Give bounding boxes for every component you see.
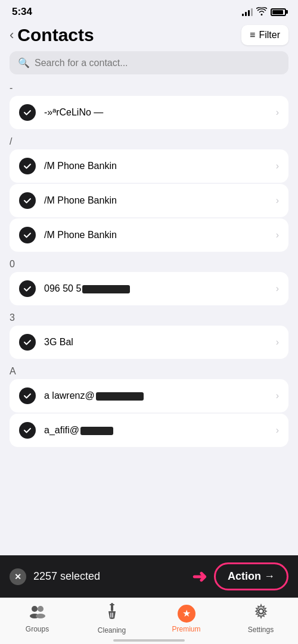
- tab-groups-label: Groups: [26, 625, 49, 633]
- section-label-0: 0: [0, 257, 298, 272]
- section-dash: - -»ªrCeLiNo — ›: [0, 80, 298, 129]
- selected-count: 2257 selected: [33, 570, 185, 583]
- section-3: 3 3G Bal ›: [0, 310, 298, 359]
- battery-icon: [271, 8, 286, 16]
- contact-name: /M Phone Bankin: [44, 195, 276, 206]
- contact-item[interactable]: 096 50 5 ›: [10, 272, 288, 305]
- arrow-icon: ›: [276, 390, 279, 401]
- arrow-icon: ›: [276, 161, 279, 171]
- section-label-dash: -: [0, 80, 298, 96]
- close-selection-button[interactable]: ✕: [10, 568, 26, 585]
- settings-icon: [253, 604, 269, 623]
- section-label-3: 3: [0, 310, 298, 326]
- contact-item[interactable]: /M Phone Bankin ›: [10, 218, 288, 252]
- tab-bar: Groups Cleaning ★ Premium Settings: [0, 598, 298, 644]
- filter-button[interactable]: ≡ Filter: [241, 25, 288, 45]
- contact-item[interactable]: /M Phone Bankin ›: [10, 149, 288, 183]
- status-time: 5:34: [12, 6, 32, 18]
- search-bar: 🔍: [10, 51, 288, 74]
- contact-item[interactable]: a lawrenz@ ›: [10, 379, 288, 412]
- home-indicator: [113, 639, 185, 642]
- section-a: A a lawrenz@ › a_afifi@ ›: [0, 364, 298, 447]
- check-icon: [19, 104, 36, 121]
- arrow-icon: ›: [276, 283, 279, 294]
- cleaning-icon: [105, 603, 119, 624]
- tab-settings-label: Settings: [248, 626, 274, 634]
- contact-name: a_afifi@: [44, 425, 276, 436]
- svg-point-3: [36, 614, 45, 618]
- arrow-icon: ›: [276, 107, 279, 118]
- tab-premium[interactable]: ★ Premium: [166, 605, 207, 633]
- status-icons: [242, 7, 286, 17]
- tab-cleaning[interactable]: Cleaning: [91, 603, 133, 634]
- tab-settings[interactable]: Settings: [240, 604, 282, 634]
- tab-cleaning-label: Cleaning: [98, 626, 126, 634]
- status-bar: 5:34: [0, 0, 298, 21]
- search-container: 🔍: [0, 51, 298, 80]
- arrow-icon: ›: [276, 425, 279, 436]
- wifi-icon: [256, 7, 267, 17]
- contact-name: /M Phone Bankin: [44, 230, 276, 240]
- svg-point-8: [259, 609, 263, 614]
- section-slash: / /M Phone Bankin › /M Phone Bankin › /M…: [0, 134, 298, 252]
- check-icon: [19, 227, 36, 243]
- contact-name: /M Phone Bankin: [44, 161, 276, 171]
- tab-premium-label: Premium: [172, 625, 200, 633]
- pink-arrow-icon: ➜: [192, 566, 207, 587]
- check-icon: [19, 280, 36, 297]
- search-input[interactable]: [35, 58, 280, 68]
- arrow-icon: ›: [276, 230, 279, 240]
- check-icon: [19, 334, 36, 351]
- tab-groups[interactable]: Groups: [17, 604, 58, 633]
- search-icon: 🔍: [18, 57, 30, 68]
- signal-icon: [242, 8, 253, 16]
- contact-name: -»ªrCeLiNo —: [44, 107, 276, 118]
- back-button[interactable]: ‹: [10, 29, 14, 42]
- action-button[interactable]: Action →: [214, 562, 288, 590]
- arrow-icon: ›: [276, 337, 279, 348]
- contact-name: a lawrenz@: [44, 390, 276, 401]
- contact-item[interactable]: /M Phone Bankin ›: [10, 184, 288, 217]
- svg-point-0: [32, 606, 38, 612]
- contacts-list: - -»ªrCeLiNo — › / /M Phone Bankin › /M …: [0, 80, 298, 547]
- section-label-slash: /: [0, 134, 298, 149]
- header: ‹ Contacts ≡ Filter: [0, 21, 298, 51]
- check-icon: [19, 158, 36, 174]
- contact-name: 096 50 5: [44, 283, 276, 294]
- check-icon: [19, 192, 36, 209]
- section-0: 0 096 50 5 ›: [0, 257, 298, 305]
- contact-item[interactable]: -»ªrCeLiNo — ›: [10, 96, 288, 129]
- svg-rect-5: [110, 604, 114, 605]
- contact-item[interactable]: 3G Bal ›: [10, 326, 288, 359]
- filter-icon: ≡: [250, 30, 255, 40]
- premium-icon: ★: [178, 605, 195, 623]
- page-title: Contacts: [17, 25, 94, 45]
- section-label-a: A: [0, 364, 298, 379]
- groups-icon: [29, 604, 46, 623]
- svg-point-1: [38, 606, 44, 612]
- arrow-icon: ›: [276, 195, 279, 206]
- selection-bar: ✕ 2257 selected ➜ Action →: [0, 555, 298, 598]
- check-icon: [19, 387, 36, 404]
- check-icon: [19, 422, 36, 439]
- contact-item[interactable]: a_afifi@ ›: [10, 414, 288, 447]
- contact-name: 3G Bal: [44, 337, 276, 348]
